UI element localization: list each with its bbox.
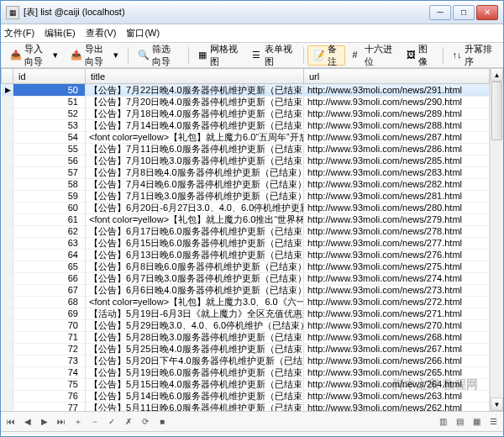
menu-view[interactable]: 查看(V) — [86, 27, 117, 39]
scroll-down-button[interactable]: ▼ — [491, 398, 503, 411]
table-row[interactable]: 73【公告】5月20日下午4.0服务器停机维护更新（已结束）http://www… — [2, 355, 490, 367]
note-button[interactable]: 📝备注 — [307, 45, 346, 66]
table-row[interactable]: 53【公告】7月14日晚4.0服务器停机维护更新（已结束）http://www.… — [2, 120, 490, 132]
form-view-button[interactable]: ☰表单视图 — [246, 45, 300, 66]
table-row[interactable]: 68<font color=yellow>【礼包】就上魔力3.0、6.0《六一端… — [2, 297, 490, 308]
cell-title[interactable]: 【公告】6月13日晚6.0服务器停机维护更新（已结束） — [86, 250, 304, 261]
cell-url[interactable]: http://www.93moli.com/news/266.html — [304, 355, 490, 367]
cell-url[interactable]: http://www.93moli.com/news/273.html — [304, 285, 490, 297]
cell-id[interactable]: 60 — [13, 203, 86, 214]
table-row[interactable]: 77【公告】5月11日晚6.0服务器停机维护更新（已结束）http://www.… — [2, 403, 490, 412]
cell-url[interactable]: http://www.93moli.com/news/277.html — [304, 238, 490, 250]
cell-title[interactable]: <font color=yellow>【礼包】就上魔力3.0、6.0《六一端午》 — [86, 297, 304, 308]
cell-url[interactable]: http://www.93moli.com/news/270.html — [304, 320, 490, 332]
cell-id[interactable]: 74 — [13, 367, 86, 379]
image-button[interactable]: 🖼图像 — [401, 45, 439, 66]
cell-url[interactable]: http://www.93moli.com/news/282.html — [304, 179, 490, 191]
cell-url[interactable]: http://www.93moli.com/news/281.html — [304, 191, 490, 203]
cell-url[interactable]: http://www.93moli.com/news/267.html — [304, 344, 490, 355]
table-row[interactable]: 62【公告】6月17日晚6.0服务器停机维护更新（已结束）http://www.… — [2, 226, 490, 238]
nav-next-button[interactable]: ▶ — [38, 415, 51, 429]
cell-url[interactable]: http://www.93moli.com/news/288.html — [304, 120, 490, 132]
cell-url[interactable]: http://www.93moli.com/news/287.html — [304, 132, 490, 144]
nav-first-button[interactable]: ⏮ — [4, 415, 18, 429]
col-title[interactable]: title — [86, 69, 304, 84]
cell-title[interactable]: 【公告】6月7日晚3.0服务器停机维护更新（已结束） — [86, 273, 304, 285]
col-marker[interactable] — [2, 69, 13, 84]
close-button[interactable]: ✕ — [476, 5, 498, 20]
table-row[interactable]: ▶50【公告】7月22日晚4.0服务器停机维护更新（已结束）http://www… — [2, 84, 490, 97]
cell-url[interactable]: http://www.93moli.com/news/272.html — [304, 297, 490, 308]
cell-url[interactable]: http://www.93moli.com/news/290.html — [304, 97, 490, 108]
cell-title[interactable]: 【公告】6月6日晚4.0服务器停机维护更新（已结束） — [86, 285, 304, 297]
cell-url[interactable]: http://www.93moli.com/news/265.html — [304, 367, 490, 379]
cell-id[interactable]: 64 — [13, 250, 86, 261]
cell-title[interactable]: 【公告】5月28日晚3.0服务器停机维护更新（已结束） — [86, 332, 304, 344]
filter-wizard-button[interactable]: 🔍筛选向导 — [132, 45, 186, 66]
cell-id[interactable]: 71 — [13, 332, 86, 344]
cell-url[interactable]: http://www.93moli.com/news/289.html — [304, 108, 490, 120]
table-row[interactable]: 75【公告】5月15日晚4.0服务器停机维护更新（已结束）http://www.… — [2, 379, 490, 391]
cell-url[interactable]: http://www.93moli.com/news/283.html — [304, 167, 490, 179]
cell-title[interactable]: 【公告】7月22日晚4.0服务器停机维护更新（已结束） — [86, 84, 304, 97]
nav-last-button[interactable]: ⏭ — [55, 415, 68, 429]
cell-url[interactable]: http://www.93moli.com/news/262.html — [304, 403, 490, 412]
cell-id[interactable]: 50 — [13, 84, 86, 97]
cell-id[interactable]: 77 — [13, 403, 86, 412]
table-row[interactable]: 55【公告】7月11日晚6.0服务器停机维护更新（已结束）---升6.http:… — [2, 144, 490, 155]
nav-refresh-button[interactable]: ⟳ — [139, 415, 152, 429]
table-row[interactable]: 72【公告】5月25日晚4.0服务器停机维护更新（已结束）http://www.… — [2, 344, 490, 355]
cell-title[interactable]: 【公告】6月8日晚6.0服务器停机维护更新（已结束） — [86, 261, 304, 273]
nav-tool1-button[interactable]: ▥ — [436, 415, 449, 429]
cell-title[interactable]: 【公告】7月1日晚3.0服务器停机维护更新（已结束） — [86, 191, 304, 203]
cell-id[interactable]: 61 — [13, 214, 86, 226]
table-row[interactable]: 59【公告】7月1日晚3.0服务器停机维护更新（已结束）http://www.9… — [2, 191, 490, 203]
cell-url[interactable]: http://www.93moli.com/news/286.html — [304, 144, 490, 155]
cell-title[interactable]: <font color=yellow>【礼包】就上魔力6.0推出“世界杯”超值礼 — [86, 214, 304, 226]
cell-id[interactable]: 73 — [13, 355, 86, 367]
scroll-up-button[interactable]: ▲ — [491, 68, 503, 82]
cell-id[interactable]: 55 — [13, 144, 86, 155]
cell-id[interactable]: 76 — [13, 391, 86, 403]
export-wizard-button[interactable]: 📤导出向导▾ — [65, 45, 124, 66]
table-row[interactable]: 67【公告】6月6日晚4.0服务器停机维护更新（已结束）http://www.9… — [2, 285, 490, 297]
cell-url[interactable]: http://www.93moli.com/news/275.html — [304, 261, 490, 273]
scroll-thumb[interactable] — [491, 82, 502, 140]
cell-id[interactable]: 75 — [13, 379, 86, 391]
table-row[interactable]: 69【活动】5月19日-6月3日《就上魔力》全区充值优惠进行中http://ww… — [2, 308, 490, 320]
cell-url[interactable]: http://www.93moli.com/news/279.html — [304, 214, 490, 226]
cell-id[interactable]: 51 — [13, 97, 86, 108]
maximize-button[interactable]: □ — [453, 5, 475, 20]
table-row[interactable]: 54<font color=yellow>【礼包】就上魔力6.0“五周年”开放充… — [2, 132, 490, 144]
table-row[interactable]: 71【公告】5月28日晚3.0服务器停机维护更新（已结束）http://www.… — [2, 332, 490, 344]
nav-cancel-button[interactable]: ✗ — [122, 415, 135, 429]
cell-id[interactable]: 65 — [13, 261, 86, 273]
cell-id[interactable]: 62 — [13, 226, 86, 238]
table-row[interactable]: 66【公告】6月7日晚3.0服务器停机维护更新（已结束）http://www.9… — [2, 273, 490, 285]
cell-title[interactable]: 【活动】5月19日-6月3日《就上魔力》全区充值优惠进行中 — [86, 308, 304, 320]
menu-file[interactable]: 文件(F) — [4, 27, 34, 39]
sort-asc-button[interactable]: ↑↓升冪排序 — [446, 45, 500, 66]
cell-title[interactable]: 【公告】5月15日晚4.0服务器停机维护更新（已结束） — [86, 379, 304, 391]
table-row[interactable]: 58【公告】7月4日晚6.0服务器停机维护更新（已结束）http://www.9… — [2, 179, 490, 191]
menu-window[interactable]: 窗口(W) — [126, 27, 160, 39]
cell-url[interactable]: http://www.93moli.com/news/271.html — [304, 308, 490, 320]
table-row[interactable]: 70【公告】5月29日晚3.0、4.0、6.0停机维护（已结束）--- 开htt… — [2, 320, 490, 332]
cell-id[interactable]: 58 — [13, 179, 86, 191]
cell-title[interactable]: <font color=yellow>【礼包】就上魔力6.0“五周年”开放充值併 — [86, 132, 304, 144]
cell-title[interactable]: 【公告】7月8日晚4.0服务器停机维护更新（已结束） — [86, 167, 304, 179]
table-row[interactable]: 57【公告】7月8日晚4.0服务器停机维护更新（已结束）http://www.9… — [2, 167, 490, 179]
cell-id[interactable]: 69 — [13, 308, 86, 320]
cell-title[interactable]: 【公告】5月20日下午4.0服务器停机维护更新（已结束） — [86, 355, 304, 367]
table-row[interactable]: 64【公告】6月13日晚6.0服务器停机维护更新（已结束）http://www.… — [2, 250, 490, 261]
table-row[interactable]: 56【公告】7月10日晚3.0服务器停机维护更新（已结束）http://www.… — [2, 155, 490, 167]
cell-id[interactable]: 68 — [13, 297, 86, 308]
minimize-button[interactable]: ─ — [429, 5, 451, 20]
cell-id[interactable]: 72 — [13, 344, 86, 355]
cell-id[interactable]: 63 — [13, 238, 86, 250]
table-row[interactable]: 61<font color=yellow>【礼包】就上魔力6.0推出“世界杯”超… — [2, 214, 490, 226]
table-row[interactable]: 76【公告】5月14日晚6.0服务器停机维护更新（已结束）http://www.… — [2, 391, 490, 403]
grid-view-button[interactable]: ▦网格视图 — [192, 45, 246, 66]
cell-title[interactable]: 【公告】6月17日晚6.0服务器停机维护更新（已结束） — [86, 226, 304, 238]
cell-title[interactable]: 【公告】7月11日晚6.0服务器停机维护更新（已结束）---升6. — [86, 144, 304, 155]
